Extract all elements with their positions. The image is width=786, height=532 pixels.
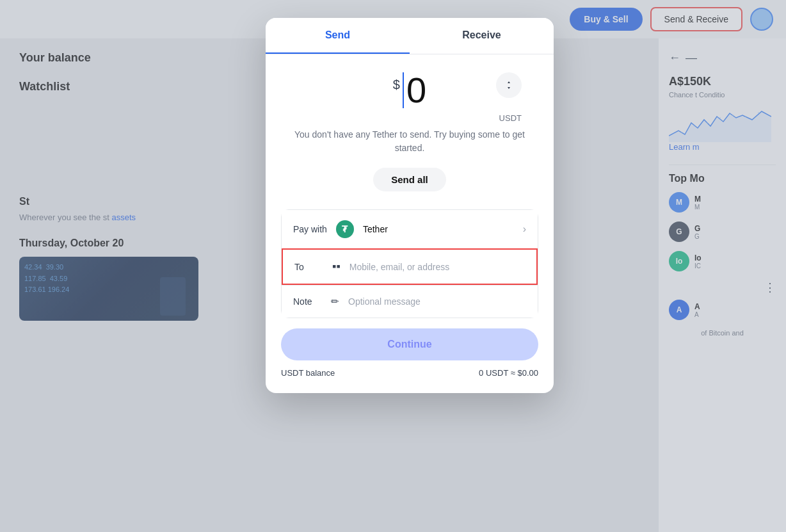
no-balance-text: You don't have any Tether to send. Try b… — [266, 128, 554, 155]
pencil-icon: ✏ — [331, 296, 339, 307]
usdt-balance-row: USDT balance 0 USDT ≈ $0.00 — [266, 368, 554, 378]
dollar-sign: $ — [393, 77, 400, 92]
chevron-right-icon: › — [523, 223, 526, 235]
usdt-balance-label: USDT balance — [281, 368, 335, 378]
to-row[interactable]: To ▪▪ Mobile, email, or address — [283, 250, 536, 284]
modal-tabs: Send Receive — [266, 18, 554, 54]
tether-label: Tether — [363, 224, 514, 234]
tab-send[interactable]: Send — [266, 18, 410, 54]
tether-icon: ₮ — [336, 220, 354, 238]
to-placeholder: Mobile, email, or address — [349, 262, 525, 272]
currency-label: USDT — [266, 113, 554, 123]
pay-with-label: Pay with — [293, 224, 327, 234]
pay-with-row[interactable]: Pay with ₮ Tether › — [282, 210, 538, 248]
address-book-icon: ▪▪ — [332, 260, 341, 273]
to-label: To — [294, 262, 323, 272]
send-all-button[interactable]: Send all — [373, 168, 446, 191]
note-placeholder: Optional message — [348, 296, 526, 307]
usdt-balance-value: 0 USDT ≈ $0.00 — [479, 368, 538, 378]
currency-toggle-button[interactable] — [496, 72, 522, 98]
tab-receive[interactable]: Receive — [410, 18, 554, 54]
send-receive-modal: Send Receive $ 0 USDT You don't have any… — [266, 18, 554, 393]
continue-button[interactable]: Continue — [281, 328, 538, 360]
amount-section: $ 0 — [266, 54, 554, 113]
note-label: Note — [293, 296, 322, 307]
note-row[interactable]: Note ✏ Optional message — [282, 285, 538, 318]
amount-value[interactable]: 0 — [403, 72, 426, 108]
